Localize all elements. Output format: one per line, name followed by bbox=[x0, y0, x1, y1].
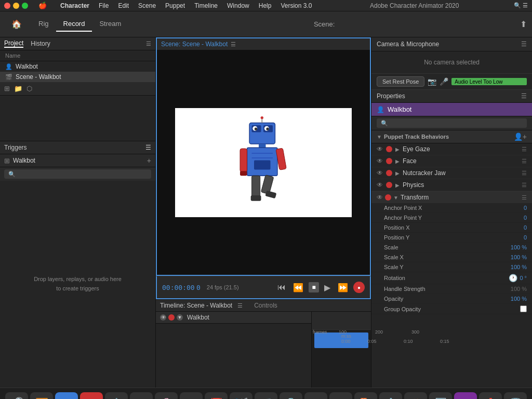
dock-item-camera[interactable]: 📸 bbox=[404, 392, 427, 400]
menu-file[interactable]: File bbox=[96, 2, 112, 9]
position-x-value[interactable]: 0 bbox=[524, 224, 527, 231]
camera-icon[interactable]: 📷 bbox=[428, 77, 436, 86]
action-icon[interactable]: ⬡ bbox=[26, 85, 32, 92]
home-button[interactable]: 🏠 bbox=[5, 19, 28, 29]
cam-mic-menu-icon[interactable]: ☰ bbox=[521, 41, 527, 48]
tab-project[interactable]: Project bbox=[4, 39, 23, 48]
add-trigger-button[interactable]: + bbox=[147, 156, 151, 165]
expand-face-icon[interactable]: ▶ bbox=[395, 158, 400, 164]
jaw-menu-icon[interactable]: ☰ bbox=[522, 170, 527, 177]
play-button[interactable]: ▶ bbox=[322, 282, 332, 294]
dock-item-books[interactable]: 📁 bbox=[180, 392, 203, 400]
transform-header[interactable]: 👁 ▼ Transform ☰ bbox=[371, 192, 532, 203]
record-dot-physics[interactable] bbox=[386, 182, 392, 188]
menu-help[interactable]: Help bbox=[256, 2, 275, 9]
behavior-face[interactable]: 👁 ▶ Face ☰ bbox=[371, 155, 532, 167]
close-button[interactable] bbox=[4, 3, 10, 9]
visibility-physics-icon[interactable]: 👁 bbox=[377, 181, 383, 189]
dock-item-w[interactable]: W bbox=[80, 392, 103, 400]
dock-item-tv[interactable]: 📺 bbox=[304, 392, 327, 400]
maximize-button[interactable] bbox=[22, 3, 28, 9]
dock-item-music[interactable]: 🎵 bbox=[255, 392, 277, 400]
menu-timeline[interactable]: Timeline bbox=[191, 2, 221, 9]
position-y-value[interactable]: 0 bbox=[524, 234, 527, 241]
eye-gaze-menu-icon[interactable]: ☰ bbox=[522, 146, 527, 153]
record-dot-transform[interactable] bbox=[385, 194, 391, 201]
expand-physics-icon[interactable]: ▶ bbox=[395, 182, 400, 188]
behavior-nutcracker-jaw[interactable]: 👁 ▶ Nutcracker Jaw ☰ bbox=[371, 167, 532, 179]
clock-icon[interactable]: 🕐 bbox=[509, 274, 517, 282]
timeline-menu-icon[interactable]: ☰ bbox=[237, 302, 243, 309]
visibility-transform-icon[interactable]: 👁 bbox=[377, 194, 383, 201]
scale-x-value[interactable]: 100 % bbox=[511, 254, 527, 260]
tree-item-walkbot[interactable]: 👤 Walkbot bbox=[0, 61, 155, 72]
panel-menu-icon[interactable]: ☰ bbox=[146, 41, 151, 47]
expand-jaw-icon[interactable]: ▶ bbox=[395, 170, 400, 176]
puppet-track-expand-icon[interactable]: ▼ bbox=[377, 134, 382, 140]
scale-y-value[interactable]: 100 % bbox=[511, 264, 527, 270]
add-behavior-icon[interactable]: 👤+ bbox=[514, 132, 527, 141]
dock-item-ch[interactable]: Ch bbox=[454, 392, 477, 400]
properties-search-input[interactable] bbox=[377, 118, 527, 128]
record-button[interactable]: ● bbox=[353, 282, 365, 293]
dock-item-appstore[interactable]: 🏪 bbox=[354, 392, 377, 400]
dock-item-news[interactable]: 📰 bbox=[329, 392, 352, 400]
tab-rig[interactable]: Rig bbox=[31, 17, 56, 32]
visibility-icon[interactable]: 👁 bbox=[160, 314, 166, 321]
scene-menu-icon[interactable]: ☰ bbox=[231, 41, 236, 48]
triggers-menu-icon[interactable]: ☰ bbox=[145, 144, 151, 151]
record-dot-eye[interactable] bbox=[386, 146, 392, 152]
dock-item-settings[interactable]: ⚙️ bbox=[379, 392, 402, 400]
step-back-button[interactable]: ⏪ bbox=[291, 282, 305, 294]
folder-icon[interactable]: 📁 bbox=[14, 85, 22, 92]
behavior-physics[interactable]: 👁 ▶ Physics ☰ bbox=[371, 179, 532, 191]
tree-item-scene[interactable]: 🎬 Scene - Walkbot bbox=[0, 72, 155, 82]
expand-eye-gaze-icon[interactable]: ▶ bbox=[395, 147, 400, 152]
tab-stream[interactable]: Stream bbox=[92, 17, 128, 32]
face-menu-icon[interactable]: ☰ bbox=[522, 158, 527, 165]
dock-item-calendar[interactable]: 📅 bbox=[205, 392, 228, 400]
anchor-x-value[interactable]: 0 bbox=[524, 205, 527, 211]
stop-button[interactable]: ■ bbox=[309, 282, 319, 292]
apple-menu[interactable]: 🍎 bbox=[34, 0, 51, 11]
transform-menu-icon[interactable]: ☰ bbox=[522, 194, 527, 201]
menu-edit[interactable]: Edit bbox=[115, 2, 132, 9]
visibility-face-icon[interactable]: 👁 bbox=[377, 157, 383, 165]
traffic-lights[interactable] bbox=[4, 3, 28, 9]
rotation-value[interactable]: 0 ° bbox=[520, 275, 527, 281]
dock-item-photos[interactable]: 🖼️ bbox=[30, 392, 53, 400]
dock-item-photos2[interactable]: 🌸 bbox=[155, 392, 178, 400]
dock-item-podcasts[interactable]: 🎙️ bbox=[280, 392, 302, 400]
minimize-button[interactable] bbox=[13, 3, 19, 9]
anchor-y-value[interactable]: 0 bbox=[524, 215, 527, 221]
record-dot-face[interactable] bbox=[386, 158, 392, 164]
behavior-eye-gaze[interactable]: 👁 ▶ Eye Gaze ☰ bbox=[371, 143, 532, 155]
physics-menu-icon[interactable]: ☰ bbox=[522, 182, 527, 189]
expand-transform-icon[interactable]: ▼ bbox=[393, 195, 398, 201]
group-opacity-checkbox[interactable] bbox=[520, 305, 527, 312]
tab-history[interactable]: History bbox=[31, 40, 50, 47]
grid-icon[interactable]: ⊞ bbox=[4, 85, 10, 92]
trigger-search-input[interactable] bbox=[4, 169, 151, 179]
menu-window[interactable]: Window bbox=[224, 2, 252, 9]
play-to-end-button[interactable]: ⏩ bbox=[336, 282, 350, 294]
dock-item-airdrop[interactable]: 📥 bbox=[479, 392, 502, 400]
opacity-value[interactable]: 100 % bbox=[511, 296, 527, 302]
record-track-icon[interactable] bbox=[168, 314, 175, 321]
expand-track-icon[interactable]: ▼ bbox=[177, 314, 183, 321]
app-menu-character[interactable]: Character bbox=[57, 2, 92, 9]
dock-item-a[interactable]: A bbox=[55, 392, 78, 400]
menu-puppet[interactable]: Puppet bbox=[162, 2, 188, 9]
scale-value[interactable]: 100 % bbox=[511, 244, 527, 250]
tab-record[interactable]: Record bbox=[56, 17, 92, 32]
dock-item-clipboard[interactable]: 📋 bbox=[105, 392, 128, 400]
record-dot-jaw[interactable] bbox=[386, 170, 392, 176]
dock-item-maps[interactable]: 🗺️ bbox=[130, 392, 153, 400]
rest-pose-button[interactable]: Set Rest Pose bbox=[377, 76, 424, 87]
dock-item-preview[interactable]: 🖥️ bbox=[429, 392, 452, 400]
controls-tab[interactable]: Controls bbox=[254, 302, 277, 309]
dock-item-trash[interactable]: 🗑️ bbox=[504, 392, 527, 400]
dock-item-finder[interactable]: 🔎 bbox=[5, 392, 28, 400]
visibility-jaw-icon[interactable]: 👁 bbox=[377, 169, 383, 177]
menu-scene[interactable]: Scene bbox=[135, 2, 159, 9]
